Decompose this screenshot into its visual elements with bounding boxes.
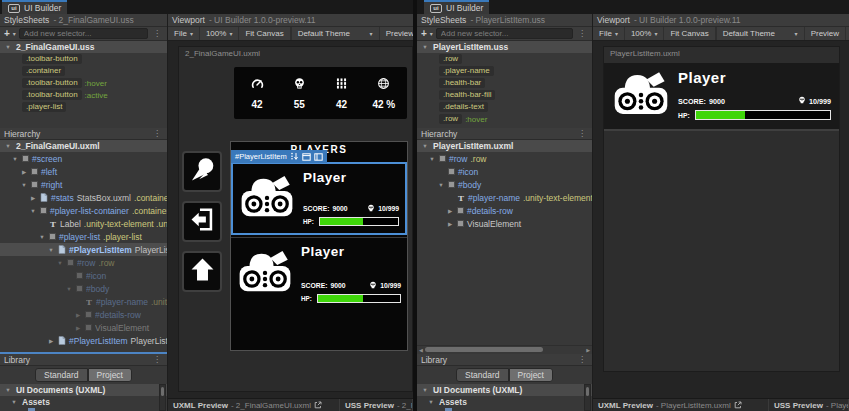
ui-builder-tab[interactable]: ui UI Builder: [2, 0, 67, 14]
hierarchy-row-visualelement[interactable]: ▶VisualElement: [417, 217, 592, 230]
selector-pill[interactable]: .player-name: [439, 66, 494, 76]
uxml-root-header[interactable]: ▼ 2_FinalGameUI.uxml: [0, 140, 167, 152]
scroll-right-icon[interactable]: ▶: [584, 347, 592, 353]
selected-element-tab[interactable]: #PlayerListItem: [231, 150, 327, 163]
hierarchy-row-player-list-container[interactable]: ▼#player-list-container.container: [0, 204, 167, 217]
hierarchy-row-body[interactable]: ▼#body: [417, 178, 592, 191]
canvas-title[interactable]: 2_FinalGameUI.uxml: [179, 47, 412, 60]
zoom-select[interactable]: 100% ▾: [200, 27, 239, 40]
ui-documents-header[interactable]: ▼ UI Documents (UXML): [0, 384, 167, 396]
library-menu-icon[interactable]: ⋮: [576, 355, 588, 364]
selector-pill[interactable]: .player-list: [22, 102, 66, 112]
assets-row[interactable]: ▼ Assets: [0, 396, 167, 407]
hierarchy-menu-icon[interactable]: ⋮: [151, 129, 163, 138]
collapse-arrow-icon[interactable]: ▼: [20, 182, 28, 188]
scroll-left-icon[interactable]: ◀: [417, 347, 425, 353]
selector-pill[interactable]: .toolbar-button: [22, 90, 82, 100]
collapse-arrow-icon[interactable]: ▼: [427, 399, 435, 405]
assets-row[interactable]: ▼ Assets: [417, 396, 592, 407]
uss-selector-row[interactable]: .details-text: [417, 101, 592, 113]
uss-selector-row[interactable]: .row: [417, 53, 592, 65]
uxml-root-header[interactable]: ▼ PlayerListItem.uxml: [417, 140, 592, 152]
file-menu[interactable]: File ▾: [593, 27, 625, 40]
viewport-menu-icon[interactable]: ⋮: [845, 27, 849, 40]
uss-preview-tab[interactable]: USS Preview - PlayerListItem.u: [769, 399, 849, 411]
selector-pill[interactable]: .health-bar-fill: [439, 90, 495, 100]
zoom-select[interactable]: 100% ▾: [625, 27, 664, 40]
expand-arrow-icon[interactable]: ▶: [74, 325, 82, 331]
documents-scrollbar[interactable]: [159, 384, 166, 411]
collapse-arrow-icon[interactable]: ▼: [65, 286, 73, 292]
add-selector-dropdown-icon[interactable]: ▾: [13, 30, 16, 37]
uxml-preview-tab[interactable]: UXML Preview - 2_FinalGameUI.uxml: [168, 399, 340, 411]
hierarchy-row-details-row[interactable]: ▶#details-row: [0, 308, 167, 321]
collapse-arrow-icon[interactable]: ▼: [4, 387, 12, 393]
meteor-button[interactable]: [182, 151, 222, 192]
hierarchy-row-right[interactable]: ▼#right: [0, 178, 167, 191]
external-link-icon[interactable]: [314, 401, 322, 409]
tab-standard[interactable]: Standard: [35, 368, 88, 382]
uxml-preview-tab[interactable]: UXML Preview - PlayerListItem.uxml: [593, 399, 769, 411]
uss-preview-tab[interactable]: USS Preview - 2_FinalGameUI.u: [340, 399, 413, 411]
hierarchy-row-row[interactable]: ▼#row.row: [417, 152, 592, 165]
expand-arrow-icon[interactable]: ▶: [20, 169, 28, 175]
tab-standard[interactable]: Standard: [456, 368, 509, 382]
expand-arrow-icon[interactable]: ▶: [29, 195, 37, 201]
player-list-panel[interactable]: PLAYERS #PlayerListItem PlayerSCORE:9000…: [230, 141, 408, 351]
player-row[interactable]: PlayerSCORE:900010/999HP:: [604, 63, 839, 131]
uss-file-header[interactable]: ▼ 2_FinalGameUI.uss: [0, 41, 167, 53]
uss-selector-row[interactable]: .health-bar-fill: [417, 89, 592, 101]
uss-file-header[interactable]: ▼ PlayerListItem.uss: [417, 41, 592, 53]
hierarchy-row-player-name[interactable]: T#player-name.unity-text-: [0, 295, 167, 308]
selector-pill[interactable]: .toolbar-button: [22, 54, 82, 64]
hierarchy-menu-icon[interactable]: ⋮: [576, 129, 588, 138]
hierarchy-row-player-name[interactable]: T#player-name.unity-text-element .u: [417, 191, 592, 204]
hierarchy-row-body[interactable]: ▼#body: [0, 282, 167, 295]
preview-button[interactable]: Preview: [379, 27, 413, 40]
expand-arrow-icon[interactable]: ▶: [446, 221, 454, 227]
selector-pill[interactable]: .health-bar: [439, 78, 485, 88]
player-list-item[interactable]: PlayerSCORE:900010/999HP:: [231, 162, 407, 235]
fit-canvas-button[interactable]: Fit Canvas: [239, 27, 290, 40]
theme-select[interactable]: Default Theme ▾: [291, 27, 379, 40]
window-icon[interactable]: [314, 153, 323, 161]
fit-canvas-button[interactable]: Fit Canvas: [664, 27, 715, 40]
collapse-arrow-icon[interactable]: ▼: [421, 143, 429, 149]
selector-pill[interactable]: .row: [439, 114, 462, 124]
hierarchy-row-row[interactable]: ▼#row.row: [0, 256, 167, 269]
add-selector-button[interactable]: +: [4, 29, 10, 39]
canvas-title[interactable]: PlayerListItem.uxml: [604, 47, 839, 60]
uss-selector-row[interactable]: .toolbar-button: [0, 53, 167, 65]
hierarchy-row-left[interactable]: ▶#left: [0, 165, 167, 178]
up-arrow-button[interactable]: [182, 251, 222, 292]
player-list-item[interactable]: PlayerSCORE:900010/999HP:: [231, 237, 407, 310]
add-selector-dropdown-icon[interactable]: ▾: [430, 30, 433, 37]
selector-pill[interactable]: .toolbar-button: [22, 78, 82, 88]
ui-documents-header[interactable]: ▼ UI Documents (UXML): [417, 384, 592, 396]
uss-selector-row[interactable]: .toolbar-button:hover: [0, 77, 167, 89]
hierarchy-row-player-list[interactable]: ▼#player-list.player-list: [0, 230, 167, 243]
hierarchy-row-details-row[interactable]: ▶#details-row: [417, 204, 592, 217]
expand-arrow-icon[interactable]: ▶: [446, 208, 454, 214]
collapse-arrow-icon[interactable]: ▼: [56, 260, 64, 266]
theme-select[interactable]: Default Theme ▾: [716, 27, 804, 40]
collapse-arrow-icon[interactable]: ▼: [4, 143, 12, 149]
hierarchy-row-icon[interactable]: #icon: [417, 165, 592, 178]
hierarchy-row-visualelement[interactable]: ▶VisualElement: [0, 321, 167, 334]
stylesheets-menu-icon[interactable]: ⋮: [576, 29, 588, 38]
uss-selector-row[interactable]: .container: [0, 65, 167, 77]
preview-button[interactable]: Preview: [804, 27, 845, 40]
selector-pill[interactable]: .details-text: [439, 102, 488, 112]
hierarchy-hscrollbar[interactable]: ◀ ▶: [417, 345, 592, 353]
collapse-arrow-icon[interactable]: ▼: [437, 182, 445, 188]
hierarchy-row-stats[interactable]: ▶#statsStatsBox.uxml.container: [0, 191, 167, 204]
uss-selector-row[interactable]: .row:hover: [417, 113, 592, 125]
collapse-arrow-icon[interactable]: ▼: [428, 156, 436, 162]
uss-selector-row[interactable]: .toolbar-button:active: [0, 89, 167, 101]
reorder-icon[interactable]: [290, 152, 299, 161]
collapse-arrow-icon[interactable]: ▼: [421, 387, 429, 393]
uss-selector-row[interactable]: .health-bar: [417, 77, 592, 89]
add-selector-input[interactable]: [436, 28, 573, 39]
collapse-arrow-icon[interactable]: ▼: [47, 247, 55, 253]
expand-arrow-icon[interactable]: ▶: [47, 338, 55, 344]
